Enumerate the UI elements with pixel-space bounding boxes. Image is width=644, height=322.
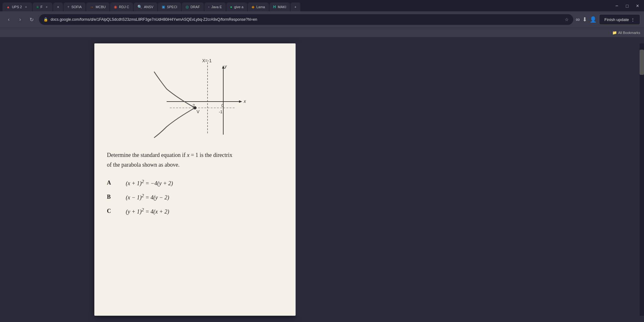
right-area [296,43,644,316]
address-bar[interactable]: 🔒 docs.google.com/forms/d/e/1FAlpQLSdcdh… [39,14,573,25]
tab-rdic[interactable]: ◉ RDJ C [110,3,133,11]
tab-rdic-label: RDJ C [119,5,129,9]
choice-b-formula: (x − 1)2 = 4(y − 2) [126,193,169,201]
sofia-icon: + [67,5,69,9]
star-icon[interactable]: ☆ [565,17,569,22]
tab-sofia-label: SOFIA [71,5,82,9]
y-axis-label: y [224,64,227,69]
tab-mcbu[interactable]: → MCBU [86,3,109,11]
browser-window: ▲ UPS 2 × ≡ F × × + SOFIA → MCBU ◉ RDJ C… [0,0,644,322]
forward-button[interactable]: › [15,14,25,25]
choice-a[interactable]: A (x + 1)2 = −4(y + 2) [107,179,283,187]
tab-ansv-label: ANSV [144,5,153,9]
question-content-2: of the parabola shown as above. [107,162,180,168]
choice-a-formula: (x + 1)2 = −4(y + 2) [126,179,173,187]
give-icon: ● [230,5,232,9]
tab-give[interactable]: ● give a [226,3,247,11]
tab-java[interactable]: ▪ Java E [204,3,226,11]
x-axis-label: x [243,99,246,104]
tab-maki-label: MAKI [278,5,286,9]
ups2-icon: ▲ [6,5,10,9]
bookmarks-label: 📁 All Bookmarks [612,31,640,35]
nav-buttons: ‹ › ↻ [4,14,36,25]
choice-b-label: B [107,194,116,200]
address-text: docs.google.com/forms/d/e/1FAlpQLSdcdhS2… [51,17,562,22]
choice-b[interactable]: B (x − 1)2 = 4(y − 2) [107,193,283,201]
vertex-label: V [197,109,200,114]
tab-java-label: Java E [211,5,222,9]
rdic-icon: ◉ [114,5,117,9]
tab-new[interactable]: + [291,3,300,11]
tab-ups2[interactable]: ▲ UPS 2 × [3,3,32,11]
tab-new-label: + [294,5,296,9]
document-card: x y X=-1 V -2 [94,43,296,316]
close-button[interactable]: × [634,2,641,10]
maki-icon: H [273,5,276,9]
tab-ups2-close[interactable]: × [24,5,28,9]
question-content: Determine the standard equation if x = 1… [107,152,232,158]
tab-f-close[interactable]: × [44,5,49,9]
bookmarks-bar: 📁 All Bookmarks [0,28,644,37]
mcbu-icon: → [90,5,94,9]
tab-sofia[interactable]: + SOFIA [64,3,86,11]
tab-give-label: give a [234,5,243,9]
f-icon: ≡ [36,5,39,9]
folder-icon: 📁 [612,31,617,35]
back-button[interactable]: ‹ [4,14,14,25]
choice-c-formula: (y + 1)2 = 4(x + 2) [126,207,169,215]
neg2-label: -2 [191,103,195,108]
tab-lama[interactable]: ◈ Lama [248,3,269,11]
choice-c-label: C [107,208,116,214]
finish-update-menu-icon: ⋮ [631,17,635,22]
answer-choices: A (x + 1)2 = −4(y + 2) B (x − 1)2 = 4(y … [107,179,283,215]
minimize-button[interactable]: − [613,2,621,10]
tab-f-label: F [41,5,43,9]
lock-icon: 🔒 [43,17,48,22]
neg1-label: -1 [219,109,223,114]
question-text: Determine the standard equation if x = 1… [107,150,283,169]
nav-bar: ‹ › ↻ 🔒 docs.google.com/forms/d/e/1FAlpQ… [0,11,644,28]
choice-a-label: A [107,180,116,186]
tab-x-label: × [57,5,59,9]
page-content: x y X=-1 V -2 [0,37,644,322]
tab-lama-label: Lama [256,5,265,9]
save-page-icon[interactable]: ⬇ [582,16,587,23]
bookmarks-text: All Bookmarks [618,31,640,35]
tab-maki[interactable]: H MAKI [269,3,290,11]
directrix-label: X=-1 [202,58,212,63]
left-sidebar [0,43,94,316]
origin-label: 0 [221,103,224,108]
infinity-icon[interactable]: ∞ [576,16,580,23]
draf-icon: ◎ [186,5,189,9]
refresh-button[interactable]: ↻ [26,14,36,25]
tab-x[interactable]: × [53,3,63,11]
spec-icon: ▣ [162,5,165,9]
scrollbar-thumb[interactable] [640,50,644,75]
choice-c[interactable]: C (y + 1)2 = 4(x + 2) [107,207,283,215]
lama-icon: ◈ [252,5,254,9]
tab-spec-label: SPECI [167,5,177,9]
tab-draf-label: DRAF [191,5,200,9]
nav-actions: ∞ ⬇ 👤 Finish update ⋮ [576,14,640,25]
profile-icon[interactable]: 👤 [590,16,597,23]
tab-ansv[interactable]: 🔍 ANSV [134,3,157,11]
ansv-icon: 🔍 [137,5,142,9]
tab-ups2-label: UPS 2 [12,5,22,9]
maximize-button[interactable]: □ [623,2,631,10]
parabola-graph: x y X=-1 V -2 [123,53,267,141]
tab-f[interactable]: ≡ F × [33,3,53,11]
graph-container: x y X=-1 V -2 [107,53,283,141]
finish-update-label: Finish update [604,17,629,22]
tab-mcbu-label: MCBU [96,5,106,9]
java-icon: ▪ [208,5,209,9]
tab-bar: ▲ UPS 2 × ≡ F × × + SOFIA → MCBU ◉ RDJ C… [0,0,644,11]
tab-spec[interactable]: ▣ SPECI [158,3,181,11]
scrollbar-track[interactable] [640,43,644,316]
svg-rect-0 [123,53,267,141]
tab-draf[interactable]: ◎ DRAF [182,3,204,11]
finish-update-button[interactable]: Finish update ⋮ [599,14,640,25]
